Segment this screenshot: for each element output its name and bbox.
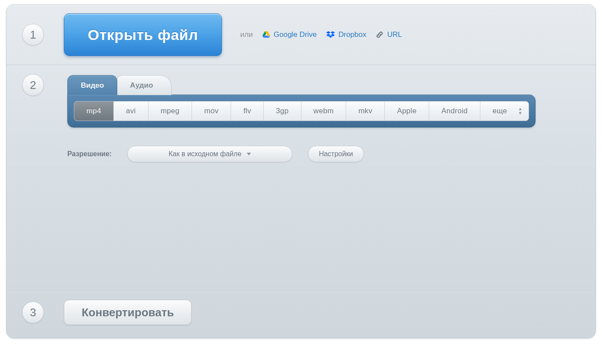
tab-video[interactable]: Видео xyxy=(67,75,117,95)
url-label: URL xyxy=(387,30,402,39)
svg-marker-4 xyxy=(326,31,331,34)
format-bar-container: mp4 avi mpeg mov flv 3gp webm mkv Apple … xyxy=(67,95,536,128)
step-badge-2: 2 xyxy=(22,74,44,96)
or-label: или xyxy=(240,30,253,39)
svg-marker-3 xyxy=(262,36,269,38)
url-link[interactable]: URL xyxy=(376,30,402,39)
resolution-select[interactable]: Как в исходном файле xyxy=(127,146,292,162)
format-flv[interactable]: flv xyxy=(231,102,264,121)
format-3gp[interactable]: 3gp xyxy=(264,102,301,121)
dropbox-label: Dropbox xyxy=(338,30,366,39)
format-avi[interactable]: avi xyxy=(114,102,149,121)
settings-label: Настройки xyxy=(319,150,353,158)
options-row: Разрешение: Как в исходном файле Настрой… xyxy=(67,146,583,162)
tab-video-label: Видео xyxy=(81,81,104,90)
svg-marker-8 xyxy=(329,36,332,38)
google-drive-label: Google Drive xyxy=(274,30,317,39)
tab-audio-label: Аудио xyxy=(130,81,153,90)
chevron-down-icon xyxy=(247,153,251,155)
format-mpeg[interactable]: mpeg xyxy=(149,102,192,121)
open-file-label: Открыть файл xyxy=(88,26,198,43)
convert-label: Конвертировать xyxy=(82,306,174,319)
format-mov[interactable]: mov xyxy=(192,102,231,121)
step-3-row: 3 Конвертировать xyxy=(7,292,595,338)
format-webm[interactable]: webm xyxy=(301,102,347,121)
sort-arrows-icon: ▲▼ xyxy=(518,107,523,115)
format-android[interactable]: Android xyxy=(429,102,480,121)
step-badge-1: 1 xyxy=(22,24,44,46)
step-badge-3: 3 xyxy=(22,302,44,323)
settings-button[interactable]: Настройки xyxy=(308,146,364,162)
format-apple[interactable]: Apple xyxy=(385,102,429,121)
format-bar: mp4 avi mpeg mov flv 3gp webm mkv Apple … xyxy=(74,101,529,121)
resolution-label: Разрешение: xyxy=(67,150,112,158)
step-2-row: 2 Видео Аудио mp4 avi mpeg mov xyxy=(7,66,595,291)
google-drive-icon xyxy=(262,31,270,38)
converter-panel: 1 Открыть файл или Google Drive xyxy=(6,4,596,338)
google-drive-link[interactable]: Google Drive xyxy=(262,30,317,39)
alt-sources: или Google Drive xyxy=(240,30,402,39)
media-tabs: Видео Аудио xyxy=(67,73,583,95)
dropbox-link[interactable]: Dropbox xyxy=(326,30,366,39)
svg-marker-5 xyxy=(331,31,335,34)
dropbox-icon xyxy=(326,31,335,38)
open-file-button[interactable]: Открыть файл xyxy=(64,13,222,56)
format-more[interactable]: еще ▲▼ xyxy=(480,102,529,121)
tab-audio[interactable]: Аудио xyxy=(116,75,172,95)
format-mp4[interactable]: mp4 xyxy=(74,102,114,121)
convert-button[interactable]: Конвертировать xyxy=(64,300,192,325)
format-more-label: еще xyxy=(493,107,507,115)
step-1-row: 1 Открыть файл или Google Drive xyxy=(7,5,595,65)
link-icon xyxy=(376,31,384,39)
format-mkv[interactable]: mkv xyxy=(346,102,385,121)
resolution-value: Как в исходном файле xyxy=(169,150,241,158)
